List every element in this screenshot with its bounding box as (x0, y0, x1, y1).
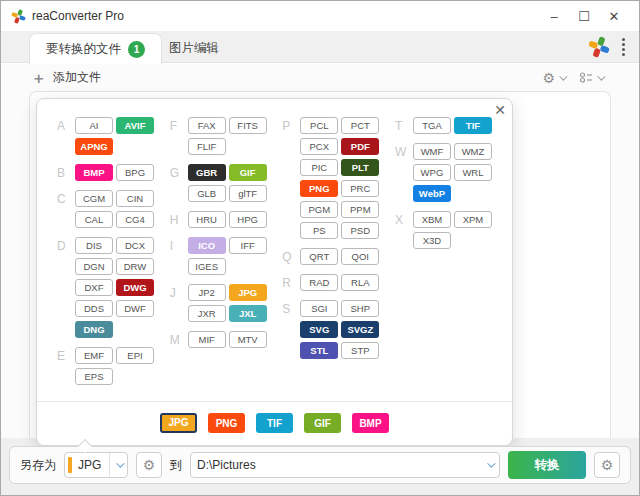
popular-format-png-button[interactable]: PNG (208, 413, 245, 433)
format-fits-button[interactable]: FITS (229, 117, 267, 134)
dropdown-chevron[interactable] (109, 453, 127, 477)
format-dwf-button[interactable]: DWF (116, 300, 154, 317)
format-bpg-button[interactable]: BPG (116, 164, 154, 181)
popular-format-gif-button[interactable]: GIF (304, 413, 341, 433)
format-dxf-button[interactable]: DXF (75, 279, 113, 296)
format-pct-button[interactable]: PCT (341, 117, 379, 134)
format-gif-button[interactable]: GIF (229, 164, 267, 181)
format-dwg-button[interactable]: DWG (116, 279, 154, 296)
format-dds-button[interactable]: DDS (75, 300, 113, 317)
format-fax-button[interactable]: FAX (188, 117, 226, 134)
format-mtv-button[interactable]: MTV (229, 331, 267, 348)
dropdown-chevron[interactable] (481, 453, 499, 477)
popular-format-tif-button[interactable]: TIF (256, 413, 293, 433)
format-dgn-button[interactable]: DGN (75, 258, 113, 275)
format-sgi-button[interactable]: SGI (300, 300, 338, 317)
format-cal-button[interactable]: CAL (75, 211, 113, 228)
format-bmp-button[interactable]: BMP (75, 164, 113, 181)
group-letter: E (57, 349, 72, 363)
format-iff-button[interactable]: IFF (229, 237, 267, 254)
format-x3d-button[interactable]: X3D (413, 232, 451, 249)
format-epi-button[interactable]: EPI (116, 347, 154, 364)
format-gbr-button[interactable]: GBR (188, 164, 226, 181)
format-webp-button[interactable]: WebP (413, 185, 451, 202)
format-hru-button[interactable]: HRU (188, 211, 226, 228)
format-apng-button[interactable]: APNG (75, 138, 113, 155)
format-tif-button[interactable]: TIF (454, 117, 492, 134)
format-rla-button[interactable]: RLA (341, 274, 379, 291)
save-as-label: 另存为 (20, 457, 56, 474)
format-jxr-button[interactable]: JXR (188, 305, 226, 322)
minimize-button[interactable]: – (539, 3, 569, 29)
format-stp-button[interactable]: STP (341, 342, 379, 359)
dialog-close-icon[interactable]: ✕ (494, 102, 506, 118)
format-hpg-button[interactable]: HPG (229, 211, 267, 228)
convert-button[interactable]: 转换 (508, 451, 586, 479)
format-cin-button[interactable]: CIN (116, 190, 154, 207)
format-pic-button[interactable]: PIC (300, 159, 338, 176)
format-row: XXBMXPM (395, 211, 492, 228)
format-plt-button[interactable]: PLT (341, 159, 379, 176)
format-shp-button[interactable]: SHP (341, 300, 379, 317)
format-ai-button[interactable]: AI (75, 117, 113, 134)
format-flif-button[interactable]: FLIF (188, 138, 226, 155)
format-settings-button[interactable]: ⚙ (136, 452, 162, 478)
format-mif-button[interactable]: MIF (188, 331, 226, 348)
tab-files-to-convert[interactable]: 要转换的文件 1 (29, 33, 162, 64)
format-ico-button[interactable]: ICO (188, 237, 226, 254)
format-drw-button[interactable]: DRW (116, 258, 154, 275)
format-group-F: FFAXFITSFLIF (170, 117, 267, 159)
maximize-button[interactable]: ☐ (569, 3, 599, 29)
view-settings-dropdown[interactable]: ⚙ (542, 71, 565, 85)
format-rad-button[interactable]: RAD (300, 274, 338, 291)
format-glb-button[interactable]: GLB (188, 185, 226, 202)
format-gltf-button[interactable]: glTF (229, 185, 267, 202)
destination-folder-select[interactable]: D:\Pictures (190, 452, 500, 478)
format-qoi-button[interactable]: QOI (341, 248, 379, 265)
format-dng-button[interactable]: DNG (75, 321, 113, 338)
format-psd-button[interactable]: PSD (341, 222, 379, 239)
format-wrl-button[interactable]: WRL (454, 164, 492, 181)
format-pdf-button[interactable]: PDF (341, 138, 379, 155)
format-png-button[interactable]: PNG (300, 180, 338, 197)
format-pcx-button[interactable]: PCX (300, 138, 338, 155)
popular-format-jpg-button[interactable]: JPG (160, 413, 197, 433)
format-iges-button[interactable]: IGES (188, 258, 226, 275)
format-tga-button[interactable]: TGA (413, 117, 451, 134)
format-ppm-button[interactable]: PPM (341, 201, 379, 218)
format-xbm-button[interactable]: XBM (413, 211, 451, 228)
format-emf-button[interactable]: EMF (75, 347, 113, 364)
format-cgm-button[interactable]: CGM (75, 190, 113, 207)
output-format-select[interactable]: JPG (64, 452, 128, 478)
convert-settings-button[interactable]: ⚙ (594, 452, 620, 478)
format-cg4-button[interactable]: CG4 (116, 211, 154, 228)
format-wmf-button[interactable]: WMF (413, 143, 451, 160)
sort-order-dropdown[interactable] (579, 72, 603, 83)
format-qrt-button[interactable]: QRT (300, 248, 338, 265)
format-stl-button[interactable]: STL (300, 342, 338, 359)
format-ps-button[interactable]: PS (300, 222, 338, 239)
format-dcx-button[interactable]: DCX (116, 237, 154, 254)
format-eps-button[interactable]: EPS (75, 368, 113, 385)
format-xpm-button[interactable]: XPM (454, 211, 492, 228)
format-pcl-button[interactable]: PCL (300, 117, 338, 134)
format-svgz-button[interactable]: SVGZ (341, 321, 379, 338)
tab-image-editing[interactable]: 图片编辑 (153, 33, 235, 64)
close-button[interactable]: ✕ (599, 3, 629, 29)
format-jpg-button[interactable]: JPG (229, 284, 267, 301)
format-pgm-button[interactable]: PGM (300, 201, 338, 218)
format-prc-button[interactable]: PRC (341, 180, 379, 197)
popular-format-bmp-button[interactable]: BMP (352, 413, 389, 433)
format-group-M: MMIFMTV (170, 331, 267, 352)
add-files-button[interactable]: ＋ 添加文件 (31, 69, 101, 86)
format-jxl-button[interactable]: JXL (229, 305, 267, 322)
format-avif-button[interactable]: AVIF (116, 117, 154, 134)
format-wmz-button[interactable]: WMZ (454, 143, 492, 160)
format-dis-button[interactable]: DIS (75, 237, 113, 254)
format-svg-button[interactable]: SVG (300, 321, 338, 338)
format-jp2-button[interactable]: JP2 (188, 284, 226, 301)
format-row: DDISDCX (57, 237, 154, 254)
group-letter: H (170, 213, 185, 227)
format-wpg-button[interactable]: WPG (413, 164, 451, 181)
menu-kebab-icon[interactable] (618, 35, 629, 59)
